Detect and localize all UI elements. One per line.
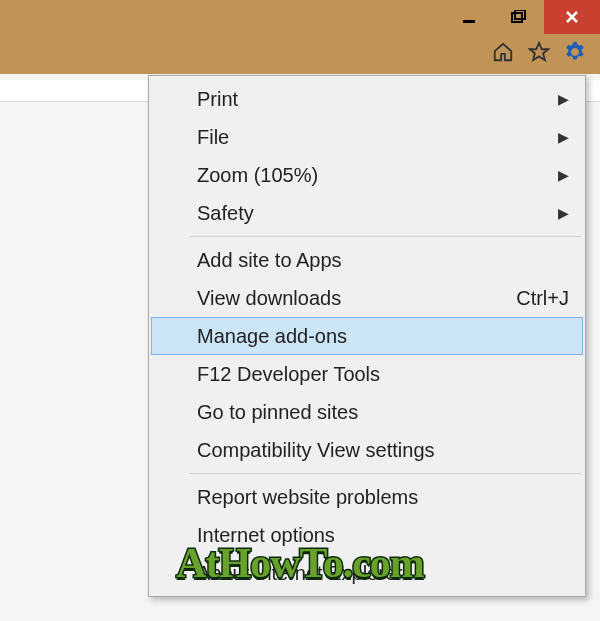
- home-button[interactable]: [490, 39, 516, 65]
- chevron-right-icon: ▶: [558, 165, 569, 186]
- menu-shortcut: Ctrl+J: [516, 283, 569, 313]
- menu-item-report-website-problems[interactable]: Report website problems: [151, 478, 583, 516]
- browser-toolbar: [0, 34, 600, 74]
- menu-item-print[interactable]: Print ▶: [151, 80, 583, 118]
- menu-item-manage-add-ons[interactable]: Manage add-ons: [151, 317, 583, 355]
- menu-label: Safety: [197, 198, 254, 228]
- menu-item-safety[interactable]: Safety ▶: [151, 194, 583, 232]
- tools-menu: Print ▶ File ▶ Zoom (105%) ▶ Safety ▶ Ad…: [148, 75, 586, 597]
- svg-rect-0: [463, 20, 475, 23]
- menu-item-view-downloads[interactable]: View downloads Ctrl+J: [151, 279, 583, 317]
- chevron-right-icon: ▶: [558, 127, 569, 148]
- menu-label: Add site to Apps: [197, 245, 342, 275]
- maximize-button[interactable]: [494, 0, 544, 34]
- menu-separator: [189, 236, 581, 237]
- menu-item-compatibility-view-settings[interactable]: Compatibility View settings: [151, 431, 583, 469]
- star-icon: [528, 41, 550, 63]
- menu-label: Print: [197, 84, 238, 114]
- menu-label: Report website problems: [197, 482, 418, 512]
- menu-label: Compatibility View settings: [197, 435, 435, 465]
- svg-point-5: [572, 49, 578, 55]
- chevron-right-icon: ▶: [558, 89, 569, 110]
- svg-rect-2: [515, 10, 525, 19]
- menu-item-f12-developer-tools[interactable]: F12 Developer Tools: [151, 355, 583, 393]
- menu-item-zoom[interactable]: Zoom (105%) ▶: [151, 156, 583, 194]
- window-titlebar: [0, 0, 600, 34]
- close-button[interactable]: [544, 0, 600, 34]
- menu-item-file[interactable]: File ▶: [151, 118, 583, 156]
- menu-label: File: [197, 122, 229, 152]
- maximize-icon: [511, 10, 527, 24]
- watermark-text: AtHowTo.com: [176, 539, 424, 587]
- gear-icon: [563, 40, 587, 64]
- home-icon: [492, 41, 514, 63]
- chevron-right-icon: ▶: [558, 203, 569, 224]
- minimize-icon: [462, 10, 476, 24]
- favorites-button[interactable]: [526, 39, 552, 65]
- menu-item-go-to-pinned-sites[interactable]: Go to pinned sites: [151, 393, 583, 431]
- menu-label: F12 Developer Tools: [197, 359, 380, 389]
- menu-label: Zoom (105%): [197, 160, 318, 190]
- menu-label: Go to pinned sites: [197, 397, 358, 427]
- minimize-button[interactable]: [444, 0, 494, 34]
- menu-label: View downloads: [197, 283, 341, 313]
- menu-item-add-site-to-apps[interactable]: Add site to Apps: [151, 241, 583, 279]
- svg-rect-1: [512, 13, 522, 22]
- close-icon: [565, 10, 579, 24]
- menu-label: Manage add-ons: [197, 321, 347, 351]
- tools-button[interactable]: [562, 39, 588, 65]
- menu-separator: [189, 473, 581, 474]
